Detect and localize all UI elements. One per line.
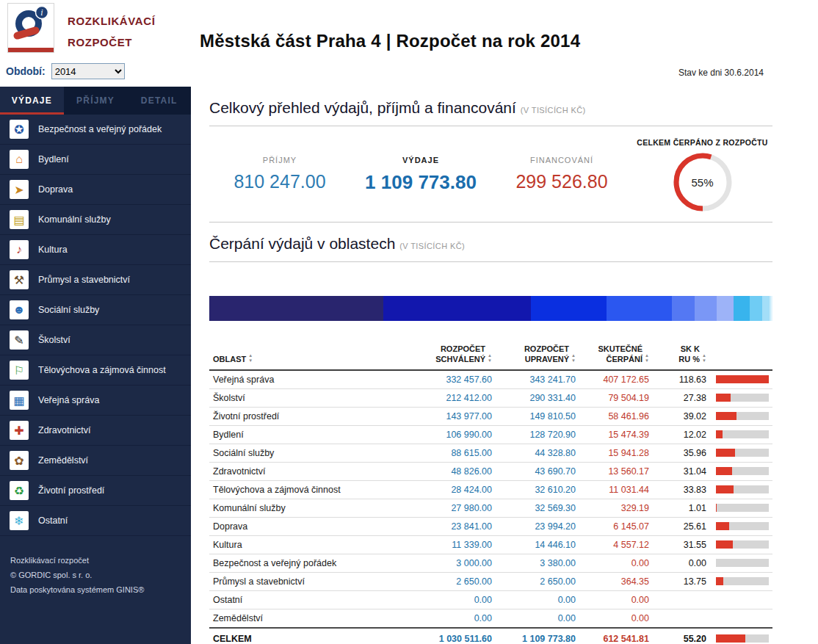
spending-percent: 39.02 xyxy=(653,407,710,425)
sidebar-item-doprava[interactable]: ➤Doprava xyxy=(0,175,191,205)
table-total-row: CELKEM1 030 511.601 109 773.80612 541.81… xyxy=(209,628,772,644)
sidebar-item-zdravotnictvi[interactable]: ✚Zdravotnictví xyxy=(0,416,191,446)
spending-percent: 13.75 xyxy=(653,572,710,590)
sidebar-item-bydleni[interactable]: ⌂Bydlení xyxy=(0,145,191,175)
tab-vydaje[interactable]: VÝDAJE xyxy=(0,87,64,115)
sidebar-item-zivotni-prostredi[interactable]: ♻Životní prostředí xyxy=(0,476,191,506)
column-header-skutecne-cerpani[interactable]: SKUTEČNÉ ČERPÁNÍ▲▼ xyxy=(579,343,653,370)
column-header-label: SK K RU % xyxy=(678,344,700,365)
adjusted-budget: 3 380.00 xyxy=(496,554,579,572)
column-header-rozpocet-schvaleny[interactable]: ROZPOČET SCHVÁLENÝ▲▼ xyxy=(413,343,496,370)
column-header-oblast[interactable]: OBLAST▲▼ xyxy=(209,343,413,370)
spending-bar-fill xyxy=(716,430,723,438)
brand-line-2: ROZPOČET xyxy=(68,32,155,53)
area-name[interactable]: Životní prostředí xyxy=(209,407,413,425)
bar-segment-socialni-sluzby[interactable] xyxy=(672,296,695,321)
area-name[interactable]: Ostatní xyxy=(209,590,413,609)
area-name[interactable]: Zdravotnictví xyxy=(209,462,413,480)
sidebar-item-socialni-sluzby[interactable]: ☻Sociální služby xyxy=(0,295,191,325)
adjusted-budget: 290 331.40 xyxy=(496,388,579,407)
sidebar-item-label: Školství xyxy=(38,335,70,345)
area-name[interactable]: Průmysl a stavebnictví xyxy=(209,572,413,590)
bar-segment-doprava[interactable] xyxy=(750,296,762,321)
column-header-sk-k-ru-[interactable]: SK K RU %▲▼ xyxy=(653,343,710,370)
approved-budget: 23 841.00 xyxy=(413,517,496,535)
actual-spending: 79 504.19 xyxy=(579,388,653,407)
logo-graphic: i xyxy=(8,4,54,48)
areas-unit-note: (V TISÍCÍCH KČ) xyxy=(399,242,465,250)
bar-segment-komunalni-sluzby[interactable] xyxy=(734,296,750,321)
sidebar-item-komunalni-sluzby[interactable]: ▤Komunální služby xyxy=(0,205,191,235)
actual-spending: 364.35 xyxy=(579,572,653,590)
spending-bar-cell xyxy=(710,480,772,499)
column-header-rozpocet-upraveny[interactable]: ROZPOČET UPRAVENÝ▲▼ xyxy=(496,343,579,370)
municipal-services-icon: ▤ xyxy=(10,210,29,229)
bar-segment-zivotni-prostredi[interactable] xyxy=(531,296,607,321)
actual-spending: 15 941.28 xyxy=(579,444,653,462)
spending-bar-fill xyxy=(716,634,745,643)
sidebar-item-prumysl-a-stavebnictvi[interactable]: ⚒Průmysl a stavebnictví xyxy=(0,265,191,295)
sort-icon: ▲▼ xyxy=(702,353,706,365)
sidebar-item-telovychova-a-zajmova-cinnost[interactable]: ⚐Tělovýchova a zájmová činnost xyxy=(0,355,191,386)
bar-segment-bydleni[interactable] xyxy=(607,296,672,321)
app-root: i ROZKLIKÁVACÍ ROZPOČET Období: 2014 Měs… xyxy=(0,0,818,644)
area-name[interactable]: Veřejná správa xyxy=(209,370,413,389)
sidebar-item-skolstvi[interactable]: ✎Školství xyxy=(0,325,191,355)
sidebar-item-label: Veřejná správa xyxy=(38,395,99,405)
metric-label: PŘÍJMY xyxy=(209,156,350,164)
spending-percent: 33.83 xyxy=(653,480,710,499)
area-name[interactable]: Školství xyxy=(209,388,413,407)
approved-budget: 106 990.00 xyxy=(413,425,496,444)
spending-bar-cell xyxy=(710,609,772,628)
approved-budget: 1 030 511.60 xyxy=(413,628,496,644)
approved-budget: 11 339.00 xyxy=(413,535,496,554)
area-name[interactable]: Sociální služby xyxy=(209,444,413,462)
social-services-icon: ☻ xyxy=(10,300,29,319)
spending-bar-track xyxy=(716,412,769,420)
period-select[interactable]: 2014 xyxy=(51,63,125,79)
app-logo[interactable]: i xyxy=(7,3,54,53)
sidebar-item-bezpecnost-a-verejny-poradek[interactable]: ✪Bezpečnost a veřejný pořádek xyxy=(0,115,191,145)
tab-prijmy[interactable]: PŘÍJMY xyxy=(64,87,128,115)
education-icon: ✎ xyxy=(10,330,29,350)
environment-icon: ♻ xyxy=(10,481,29,500)
metric-prijmy: PŘÍJMY810 247.00 xyxy=(209,156,350,214)
approved-budget: 212 412.00 xyxy=(413,388,496,407)
metric-value: 810 247.00 xyxy=(209,171,350,192)
period-picker: Období: 2014 xyxy=(6,63,125,79)
bar-segment-prumysl-a-stavebnictvi[interactable] xyxy=(771,296,772,321)
spending-bar-cell xyxy=(710,370,772,389)
approved-budget: 0.00 xyxy=(413,590,496,609)
tab-detail[interactable]: DETAIL xyxy=(127,87,191,115)
sidebar-item-zemedelstvi[interactable]: ✿Zemědělství xyxy=(0,446,191,476)
bar-segment-telovychova-a-zajmova-cinnost[interactable] xyxy=(717,296,734,321)
bar-segment-zdravotnictvi[interactable] xyxy=(695,296,717,321)
areas-table: OBLAST▲▼ROZPOČET SCHVÁLENÝ▲▼ROZPOČET UPR… xyxy=(209,343,772,644)
area-name[interactable]: Kultura xyxy=(209,535,413,554)
bar-segment-skolstvi[interactable] xyxy=(383,296,531,321)
area-name[interactable]: Bezpečnost a veřejný pořádek xyxy=(209,554,413,572)
actual-spending: 329.19 xyxy=(579,499,653,517)
spending-bar-fill xyxy=(716,375,769,383)
bar-segment-verejna-sprava[interactable] xyxy=(209,296,383,321)
table-row: Bydlení106 990.00128 720.9015 474.3912.0… xyxy=(209,425,772,444)
spending-bar-cell xyxy=(710,554,772,572)
sidebar-item-kultura[interactable]: ♪Kultura xyxy=(0,235,191,265)
area-name[interactable]: Komunální služby xyxy=(209,499,413,517)
area-name[interactable]: Bydlení xyxy=(209,425,413,444)
adjusted-budget: 149 810.50 xyxy=(496,407,579,425)
spending-percent: 55.20 xyxy=(653,628,710,644)
sidebar-item-label: Zemědělství xyxy=(38,455,88,466)
sidebar-item-ostatni[interactable]: ❄Ostatní xyxy=(0,506,191,536)
bar-segment-kultura[interactable] xyxy=(762,296,770,321)
sidebar-item-verejna-sprava[interactable]: ▦Veřejná správa xyxy=(0,386,191,416)
area-name[interactable]: Tělovýchova a zájmová činnost xyxy=(209,480,413,499)
metric-financovani: FINANCOVÁNÍ299 526.80 xyxy=(491,156,632,214)
spending-percent: 25.61 xyxy=(653,517,710,535)
spending-bar-track xyxy=(716,522,769,530)
area-name[interactable]: Doprava xyxy=(209,517,413,535)
approved-budget: 48 826.00 xyxy=(413,462,496,480)
sidebar-items: ✪Bezpečnost a veřejný pořádek⌂Bydlení➤Do… xyxy=(0,115,191,536)
area-name[interactable]: Zemědělství xyxy=(209,609,413,628)
page-title: Městská část Praha 4 | Rozpočet na rok 2… xyxy=(200,31,580,51)
